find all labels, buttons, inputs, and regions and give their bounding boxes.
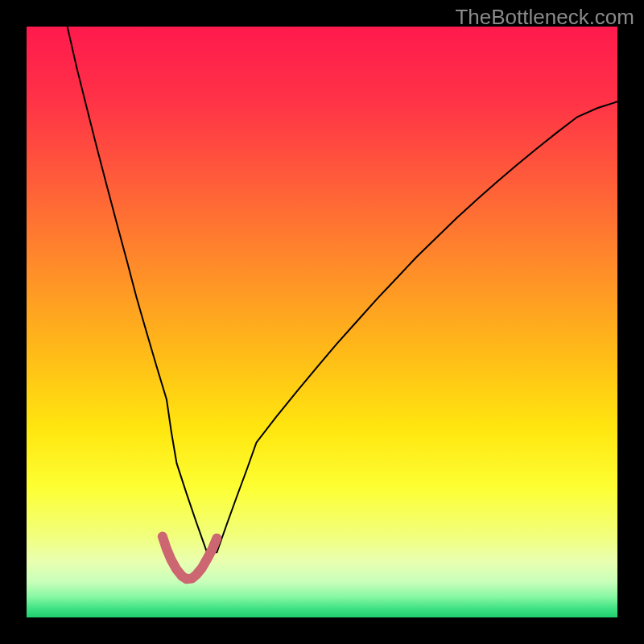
watermark-text: TheBottleneck.com [455, 5, 634, 30]
bottleneck-curve [68, 27, 617, 552]
plot-area [27, 27, 617, 617]
curve-layer [27, 27, 617, 617]
chart-container: TheBottleneck.com [0, 0, 644, 644]
optimum-marker [163, 536, 217, 579]
